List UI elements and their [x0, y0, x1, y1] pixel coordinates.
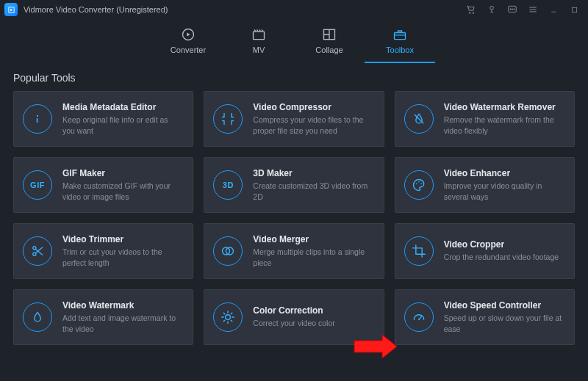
tool-title: Video Watermark — [62, 300, 182, 311]
svg-point-5 — [512, 9, 512, 10]
svg-point-4 — [510, 9, 511, 10]
tab-mv[interactable]: MV — [223, 22, 294, 63]
feedback-icon[interactable] — [504, 1, 520, 18]
app-logo — [4, 3, 18, 16]
maximize-icon[interactable] — [566, 1, 582, 18]
brightness-icon — [213, 302, 243, 332]
svg-point-6 — [514, 9, 514, 10]
tool-title: Video Enhancer — [444, 168, 564, 178]
tool-desc: Improve your video quality in several wa… — [444, 181, 564, 201]
tool-title: Media Metadata Editor — [62, 102, 182, 112]
svg-point-1 — [473, 12, 474, 14]
app-title: Vidmore Video Converter (Unregistered) — [24, 5, 168, 14]
tab-label: Converter — [171, 46, 206, 54]
tool-title: Video Trimmer — [62, 234, 182, 244]
tool-watermark-remover[interactable]: Video Watermark Remover Remove the water… — [395, 91, 575, 147]
toolbox-icon — [365, 26, 435, 43]
svg-point-2 — [490, 6, 494, 10]
register-icon[interactable] — [484, 1, 500, 18]
svg-point-12 — [37, 115, 38, 117]
merge-icon — [213, 236, 243, 266]
tool-media-metadata-editor[interactable]: Media Metadata Editor Keep original file… — [13, 91, 193, 147]
info-icon — [23, 104, 52, 134]
svg-point-14 — [418, 181, 420, 183]
tool-desc: Keep original file info or edit as you w… — [62, 115, 182, 135]
title-bar: Vidmore Video Converter (Unregistered) — [0, 0, 588, 19]
tool-title: Color Correction — [253, 305, 373, 316]
minimize-icon[interactable] — [545, 1, 562, 18]
tool-color-correction[interactable]: Color Correction Correct your video colo… — [204, 289, 384, 345]
mv-icon — [223, 26, 294, 43]
scissors-icon — [23, 236, 52, 266]
tool-video-compressor[interactable]: Video Compressor Compress your video fil… — [204, 91, 384, 147]
tool-3d-maker[interactable]: 3D 3D Maker Create customized 3D video f… — [204, 157, 384, 213]
tool-desc: Remove the watermark from the video flex… — [444, 115, 564, 135]
tool-video-trimmer[interactable]: Video Trimmer Trim or cut your videos to… — [13, 223, 193, 279]
gif-text: GIF — [30, 181, 45, 189]
tool-title: Video Speed Controller — [444, 300, 564, 311]
tool-title: Video Compressor — [253, 102, 373, 112]
svg-point-13 — [415, 184, 417, 185]
tool-desc: Crop the redundant video footage — [444, 252, 564, 262]
tab-collage[interactable]: Collage — [294, 22, 365, 63]
tool-desc: Merge multiple clips into a single piece — [253, 247, 373, 267]
tab-label: Collage — [315, 46, 343, 54]
tab-toolbox[interactable]: Toolbox — [365, 22, 435, 63]
tool-video-cropper[interactable]: Video Cropper Crop the redundant video f… — [395, 223, 575, 279]
cart-icon[interactable] — [463, 1, 479, 18]
tool-desc: Trim or cut your videos to the perfect l… — [62, 247, 182, 267]
tab-label: MV — [253, 46, 265, 54]
tool-desc: Make customized GIF with your video or i… — [62, 181, 182, 201]
tool-title: Video Merger — [253, 234, 373, 244]
tool-title: 3D Maker — [253, 168, 373, 178]
no-water-icon — [404, 104, 434, 134]
tab-label: Toolbox — [386, 46, 414, 54]
svg-rect-7 — [572, 7, 576, 12]
svg-point-15 — [420, 184, 422, 185]
tool-video-merger[interactable]: Video Merger Merge multiple clips into a… — [204, 223, 384, 279]
palette-icon — [404, 170, 434, 200]
3d-icon: 3D — [213, 170, 243, 200]
tool-video-watermark[interactable]: Video Watermark Add text and image water… — [13, 289, 193, 345]
tool-title: GIF Maker — [62, 168, 182, 178]
svg-rect-9 — [254, 32, 265, 40]
tool-grid: Media Metadata Editor Keep original file… — [13, 91, 575, 345]
tool-desc: Speed up or slow down your file at ease — [444, 313, 564, 333]
compress-icon — [213, 104, 243, 134]
gauge-icon — [404, 302, 434, 332]
content-area: Popular Tools Media Metadata Editor Keep… — [0, 63, 588, 345]
gif-icon: GIF — [23, 170, 52, 200]
svg-rect-11 — [395, 33, 406, 40]
svg-point-21 — [418, 319, 420, 320]
tool-desc: Correct your video color — [253, 318, 373, 328]
tool-desc: Add text and image watermark to the vide… — [62, 313, 182, 333]
tool-gif-maker[interactable]: GIF GIF Maker Make customized GIF with y… — [13, 157, 193, 213]
tab-converter[interactable]: Converter — [153, 22, 223, 63]
svg-point-0 — [469, 12, 470, 14]
svg-point-20 — [226, 315, 231, 320]
tool-video-enhancer[interactable]: Video Enhancer Improve your video qualit… — [395, 157, 575, 213]
tool-desc: Compress your video files to the proper … — [253, 115, 373, 135]
menu-icon[interactable] — [525, 1, 541, 18]
water-icon — [23, 302, 52, 332]
primary-nav: Converter MV Collage Toolbox — [0, 19, 588, 63]
section-title: Popular Tools — [13, 72, 575, 84]
collage-icon — [294, 26, 365, 43]
tool-title: Video Watermark Remover — [444, 102, 564, 112]
tool-desc: Create customized 3D video from 2D — [253, 181, 373, 201]
tool-video-speed-controller[interactable]: Video Speed Controller Speed up or slow … — [395, 289, 575, 345]
tool-title: Video Cropper — [444, 239, 564, 250]
crop-icon — [404, 236, 434, 266]
converter-icon — [153, 26, 223, 43]
3d-text: 3D — [223, 181, 234, 189]
